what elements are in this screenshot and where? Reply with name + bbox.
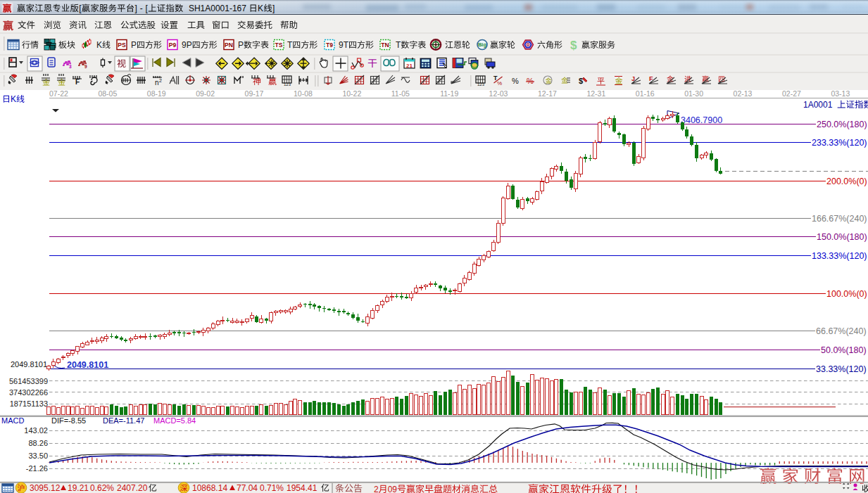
svg-text:09-02: 09-02 [196, 89, 215, 98]
svg-text:P9: P9 [169, 41, 177, 49]
svg-text:19.21: 19.21 [68, 483, 89, 493]
svg-text:1954.41: 1954.41 [287, 483, 317, 493]
svg-text:12-03: 12-03 [489, 89, 508, 98]
svg-text:12-31: 12-31 [586, 89, 605, 98]
svg-text:166.67%(240): 166.67%(240) [812, 214, 867, 224]
svg-text:]: ] [272, 4, 275, 13]
svg-text:1A0001: 1A0001 [803, 100, 833, 110]
svg-text:TN: TN [381, 41, 389, 49]
svg-text:561453399: 561453399 [9, 377, 48, 385]
svg-text:02-27: 02-27 [782, 89, 801, 98]
svg-text:08-19: 08-19 [147, 89, 166, 98]
svg-text:P: P [238, 40, 244, 50]
svg-text:K: K [96, 40, 102, 50]
svg-text:3: 3 [69, 64, 72, 69]
svg-text:P: P [131, 40, 137, 50]
svg-text:12-17: 12-17 [538, 89, 557, 98]
svg-text:02-13: 02-13 [734, 89, 753, 98]
svg-text:%: % [512, 77, 519, 85]
svg-text:n: n [155, 79, 159, 87]
svg-text:11-19: 11-19 [440, 89, 458, 98]
svg-text:200.0%(0): 200.0%(0) [826, 177, 867, 186]
svg-text:K: K [258, 4, 263, 13]
svg-text:33.33%(120): 33.33%(120) [816, 364, 867, 374]
svg-text:TS: TS [275, 41, 283, 49]
svg-text:3095.12: 3095.12 [30, 483, 61, 493]
svg-text:T: T [396, 40, 401, 50]
svg-text:-21.26: -21.26 [26, 464, 48, 473]
svg-text:T9: T9 [326, 41, 333, 49]
svg-text:11-05: 11-05 [391, 89, 410, 98]
svg-text:Big: Big [478, 41, 487, 48]
svg-text:10868.14: 10868.14 [192, 483, 227, 493]
svg-text:01-16: 01-16 [636, 89, 655, 98]
svg-text:150.0%(180): 150.0%(180) [817, 232, 867, 242]
svg-text:133.33%(120): 133.33%(120) [812, 251, 867, 261]
svg-text:2407.20: 2407.20 [117, 483, 148, 493]
svg-text:%: % [497, 80, 502, 87]
svg-text:187151133: 187151133 [10, 399, 48, 408]
svg-text:09-17: 09-17 [245, 89, 264, 98]
svg-text:$: $ [570, 39, 577, 52]
svg-text:2: 2 [159, 78, 162, 83]
svg-text:66.67%(240): 66.67%(240) [816, 326, 867, 336]
svg-text:77.04: 77.04 [237, 483, 258, 493]
svg-text:DEA=-11.47: DEA=-11.47 [103, 416, 144, 425]
svg-text:143.02: 143.02 [24, 426, 48, 435]
svg-text:123: 123 [477, 82, 485, 87]
svg-text:T: T [287, 40, 293, 50]
svg-text:K: K [11, 94, 16, 104]
svg-text:88.26: 88.26 [28, 439, 48, 447]
svg-text:9T: 9T [339, 40, 349, 50]
svg-text:07-22: 07-22 [49, 89, 68, 98]
svg-text:50.0%(180): 50.0%(180) [821, 345, 867, 355]
svg-text:2049.8101: 2049.8101 [11, 360, 47, 369]
svg-text:$: $ [579, 77, 583, 85]
svg-text:0.71%: 0.71% [260, 483, 284, 493]
svg-text:09: 09 [388, 485, 398, 493]
svg-text:2: 2 [374, 485, 379, 493]
svg-text:250.0%(180): 250.0%(180) [817, 120, 867, 129]
svg-text:SH1A0001-167: SH1A0001-167 [189, 4, 246, 13]
svg-text:03-13: 03-13 [831, 89, 850, 98]
svg-text:33.50: 33.50 [28, 452, 48, 460]
svg-text:374302266: 374302266 [9, 388, 48, 397]
svg-text:08-05: 08-05 [98, 89, 117, 98]
svg-text:PN: PN [225, 41, 233, 49]
svg-text:10-08: 10-08 [294, 89, 313, 98]
svg-text:%: % [527, 77, 534, 85]
svg-text:10-22: 10-22 [342, 89, 361, 98]
svg-text:2049.8101: 2049.8101 [67, 360, 108, 370]
svg-text:0.62%: 0.62% [90, 483, 114, 493]
svg-text:DIF=-8.55: DIF=-8.55 [51, 416, 86, 425]
svg-text:3406.7900: 3406.7900 [681, 115, 722, 125]
svg-text:01-30: 01-30 [684, 89, 703, 98]
svg-text:123: 123 [284, 82, 291, 87]
svg-text:MACD: MACD [1, 416, 24, 425]
svg-text:MACD=5.84: MACD=5.84 [153, 416, 196, 425]
svg-text:-: - [140, 4, 143, 13]
svg-text:100.0%(0): 100.0%(0) [826, 289, 867, 299]
svg-text:9P: 9P [182, 40, 192, 50]
svg-text:233.33%(120): 233.33%(120) [812, 138, 867, 148]
svg-text:PS: PS [118, 41, 126, 49]
svg-text:F: F [75, 78, 80, 86]
svg-text:9: 9 [84, 64, 87, 69]
svg-text:21: 21 [406, 63, 413, 69]
svg-text:]: ] [134, 4, 137, 13]
